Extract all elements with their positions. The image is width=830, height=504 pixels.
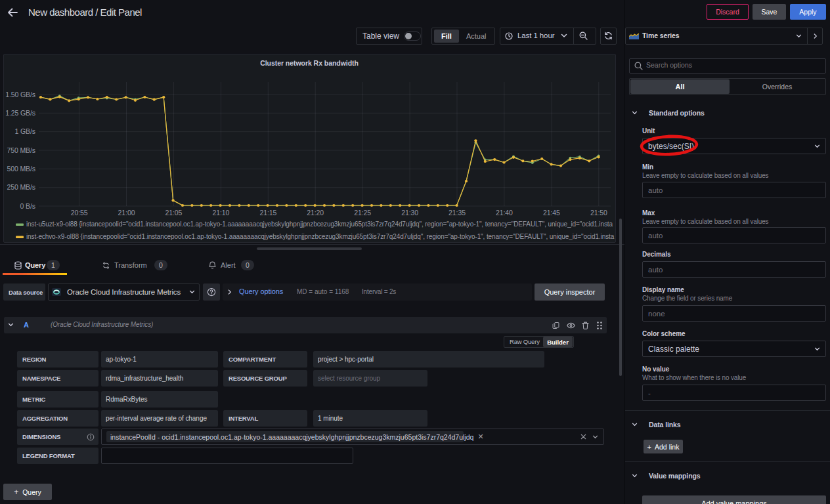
svg-text:21:45: 21:45: [543, 209, 560, 217]
svg-text:21:00: 21:00: [118, 209, 135, 217]
svg-text:21:30: 21:30: [401, 209, 418, 217]
svg-text:1.50 GB/s: 1.50 GB/s: [5, 91, 35, 98]
svg-text:750 MB/s: 750 MB/s: [7, 146, 35, 154]
svg-text:inst-echvo-x9-ol88 {instancepo: inst-echvo-x9-ol88 {instancepoolid="ocid…: [26, 233, 615, 240]
svg-text:21:50: 21:50: [590, 209, 607, 217]
svg-text:21:05: 21:05: [165, 209, 183, 217]
svg-text:20:55: 20:55: [71, 209, 88, 217]
svg-text:21:20: 21:20: [307, 209, 324, 217]
svg-text:21:15: 21:15: [259, 209, 276, 217]
svg-text:250 MB/s: 250 MB/s: [7, 183, 35, 191]
svg-text:500 MB/s: 500 MB/s: [7, 165, 35, 173]
svg-text:1 GB/s: 1 GB/s: [15, 127, 36, 135]
svg-text:1.25 GB/s: 1.25 GB/s: [5, 109, 35, 117]
svg-text:inst-u5uzt-x9-ol88 {instancepo: inst-u5uzt-x9-ol88 {instancepoolid="ocid…: [26, 220, 613, 228]
svg-text:0 B/s: 0 B/s: [20, 202, 35, 210]
svg-text:21:25: 21:25: [354, 209, 371, 217]
svg-text:21:10: 21:10: [213, 209, 230, 217]
svg-text:Cluster network Rx bandwidth: Cluster network Rx bandwidth: [260, 59, 359, 67]
svg-text:21:40: 21:40: [496, 209, 513, 217]
svg-text:21:35: 21:35: [448, 209, 466, 217]
